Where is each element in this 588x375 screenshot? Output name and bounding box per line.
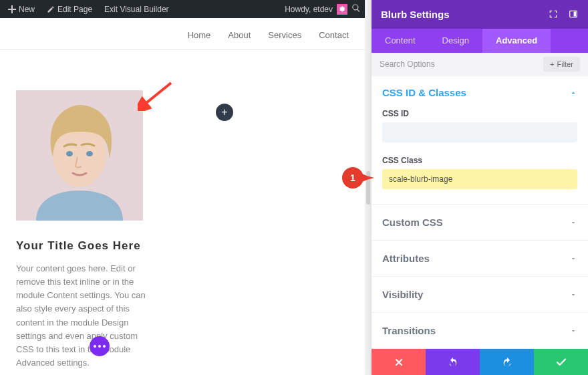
section-title-transitions: Transitions <box>382 325 436 336</box>
adminbar-edit-label: Edit Page <box>57 5 92 14</box>
blurb-title[interactable]: Your Title Goes Here <box>16 239 349 253</box>
panel-footer <box>372 349 588 375</box>
search-icon[interactable] <box>351 3 361 15</box>
filter-label: Filter <box>557 60 573 68</box>
nav-home[interactable]: Home <box>188 30 211 40</box>
search-row: Search Options + Filter <box>372 53 588 76</box>
adminbar-exit-vb[interactable]: Exit Visual Builder <box>100 0 173 18</box>
adminbar-howdy: Howdy, etdev <box>285 5 333 14</box>
filter-button[interactable]: + Filter <box>543 57 580 72</box>
adminbar-new-label: New <box>19 5 35 14</box>
section-transitions[interactable]: Transitions <box>372 313 588 349</box>
tab-design[interactable]: Design <box>429 29 482 53</box>
fullscreen-icon[interactable] <box>548 9 559 19</box>
nav-about[interactable]: About <box>228 30 251 40</box>
undo-button[interactable] <box>426 349 480 375</box>
css-id-label: CSS ID <box>382 109 577 118</box>
adminbar-new[interactable]: New <box>4 0 39 18</box>
adminbar-exit-label: Exit Visual Builder <box>104 5 169 14</box>
search-placeholder[interactable]: Search Options <box>380 59 435 69</box>
chevron-down-icon <box>569 255 577 263</box>
pencil-icon <box>47 5 55 13</box>
dock-icon[interactable] <box>568 9 579 19</box>
add-module-button[interactable]: + <box>216 104 233 121</box>
svg-rect-6 <box>574 12 577 17</box>
dot-icon <box>98 345 101 348</box>
panel-tabs: Content Design Advanced <box>372 29 588 53</box>
section-title-css: CSS ID & Classes <box>382 87 466 98</box>
check-icon <box>555 356 567 368</box>
svg-point-3 <box>86 151 93 156</box>
redo-icon <box>502 357 512 368</box>
chevron-down-icon <box>569 219 577 227</box>
redo-button[interactable] <box>480 349 534 375</box>
section-css-id-classes: CSS ID & Classes CSS ID CSS Class <box>372 76 588 205</box>
plus-icon: + <box>221 106 227 118</box>
nav-services[interactable]: Services <box>268 30 301 40</box>
css-id-input[interactable] <box>382 122 577 142</box>
chevron-up-icon <box>569 89 577 97</box>
chevron-down-icon <box>569 291 577 299</box>
css-class-input[interactable] <box>382 169 577 189</box>
callout-number: 1 <box>350 172 355 183</box>
dot-icon <box>103 345 106 348</box>
tab-advanced[interactable]: Advanced <box>482 29 551 53</box>
tab-content[interactable]: Content <box>372 29 429 53</box>
module-fab-button[interactable] <box>90 336 110 356</box>
section-custom-css[interactable]: Custom CSS <box>372 205 588 241</box>
dot-icon <box>94 345 96 348</box>
cancel-button[interactable] <box>372 349 426 375</box>
panel-header: Blurb Settings <box>372 0 588 29</box>
main-nav: Home About Services Contact <box>0 18 365 50</box>
page-content: Home About Services Contact Your Title G… <box>0 18 365 375</box>
avatar[interactable]: ✽ <box>337 4 347 15</box>
plus-icon: + <box>550 60 554 68</box>
section-attributes[interactable]: Attributes <box>372 241 588 277</box>
nav-contact[interactable]: Contact <box>319 30 349 40</box>
panel-title: Blurb Settings <box>381 9 450 20</box>
settings-panel: Blurb Settings Content Design Advanced S… <box>372 0 588 375</box>
chevron-down-icon <box>569 327 577 335</box>
css-class-label: CSS Class <box>382 156 577 165</box>
section-title-visibility: Visibility <box>382 289 423 300</box>
svg-point-2 <box>66 151 73 156</box>
save-button[interactable] <box>534 349 588 375</box>
annotation-callout-1: 1 <box>342 167 374 189</box>
section-title-attributes: Attributes <box>382 253 430 264</box>
close-icon <box>394 357 404 368</box>
section-header-css[interactable]: CSS ID & Classes <box>382 87 577 98</box>
blurb-image[interactable] <box>16 90 143 221</box>
blurb-body[interactable]: Your content goes here. Edit or remove t… <box>16 262 156 370</box>
section-visibility[interactable]: Visibility <box>372 277 588 313</box>
section-title-customcss: Custom CSS <box>382 217 443 228</box>
admin-bar: New Edit Page Exit Visual Builder Howdy,… <box>0 0 365 18</box>
plus-icon <box>8 5 16 13</box>
adminbar-edit-page[interactable]: Edit Page <box>43 0 96 18</box>
undo-icon <box>448 357 458 368</box>
